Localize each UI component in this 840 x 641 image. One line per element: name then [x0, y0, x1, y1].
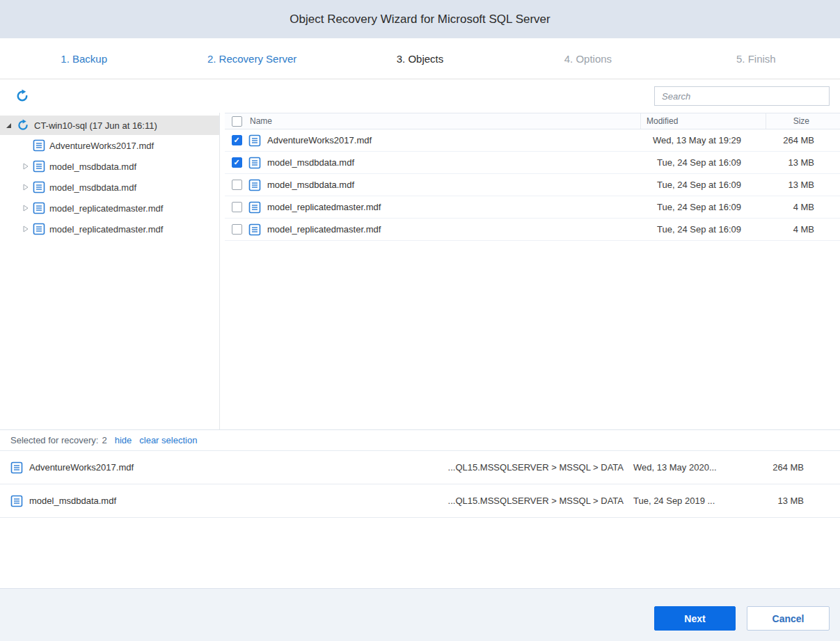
file-table: Name Modified Size AdventureWorks2017.md…	[225, 113, 840, 429]
step-backup[interactable]: 1. Backup	[0, 53, 168, 65]
cancel-button[interactable]: Cancel	[747, 606, 830, 631]
tree-item-file[interactable]: model_msdbdata.mdf	[0, 177, 219, 198]
selection-label-text: Selected for recovery:	[10, 435, 98, 445]
refresh-button[interactable]	[14, 88, 31, 104]
selected-file-path: ...QL15.MSSQLSERVER > MSSQL > DATA	[448, 462, 624, 473]
file-size: 13 MB	[766, 157, 840, 168]
file-size: 4 MB	[766, 202, 840, 212]
database-file-icon	[248, 134, 261, 147]
file-name: AdventureWorks2017.mdf	[267, 135, 372, 145]
selected-file-size: 13 MB	[738, 496, 830, 506]
table-row[interactable]: model_msdbdata.mdf Tue, 24 Sep at 16:09 …	[225, 152, 840, 174]
tree-item-label: model_msdbdata.mdf	[49, 182, 136, 193]
step-finish: 5. Finish	[672, 53, 840, 65]
file-size: 4 MB	[766, 224, 840, 235]
database-file-icon	[33, 160, 45, 173]
selected-item-row[interactable]: AdventureWorks2017.mdf ...QL15.MSSQLSERV…	[0, 451, 840, 484]
database-file-icon	[10, 461, 23, 474]
next-button[interactable]: Next	[654, 606, 736, 631]
table-row[interactable]: model_msdbdata.mdf Tue, 24 Sep at 16:09 …	[225, 174, 840, 196]
step-recovery-server[interactable]: 2. Recovery Server	[168, 53, 335, 65]
file-modified: Tue, 24 Sep at 16:09	[640, 224, 766, 235]
database-file-icon	[33, 223, 45, 235]
file-name: model_replicatedmaster.mdf	[267, 202, 381, 212]
toolbar	[0, 79, 840, 113]
file-name: model_replicatedmaster.mdf	[267, 224, 381, 235]
file-modified: Tue, 24 Sep at 16:09	[640, 157, 766, 168]
database-file-icon	[248, 223, 261, 236]
file-size: 13 MB	[766, 180, 840, 190]
tree-item-file[interactable]: model_msdbdata.mdf	[0, 156, 219, 177]
selection-header: Selected for recovery: 2 hide clear sele…	[0, 429, 840, 451]
tree-item-label: model_msdbdata.mdf	[49, 161, 136, 172]
step-options: 4. Options	[504, 53, 672, 65]
chevron-right-icon[interactable]	[22, 163, 29, 170]
database-file-icon	[248, 179, 261, 191]
database-file-icon	[248, 201, 261, 214]
select-all-checkbox[interactable]	[232, 116, 242, 127]
table-row[interactable]: model_replicatedmaster.mdf Tue, 24 Sep a…	[225, 219, 840, 241]
file-size: 264 MB	[766, 135, 840, 145]
restore-point-icon	[15, 89, 29, 103]
tree-item-label: model_replicatedmaster.mdf	[49, 224, 163, 235]
database-file-icon	[33, 202, 45, 214]
search-input[interactable]	[654, 86, 830, 106]
database-file-icon	[248, 157, 261, 169]
column-header-modified[interactable]: Modified	[640, 113, 766, 129]
database-file-icon	[33, 139, 45, 152]
row-checkbox[interactable]	[232, 157, 242, 168]
selection-count-label: Selected for recovery: 2	[10, 435, 107, 445]
selection-panel: Selected for recovery: 2 hide clear sele…	[0, 429, 840, 588]
chevron-right-icon[interactable]	[22, 205, 29, 212]
tree-root-restore-point[interactable]: CT-win10-sql (17 Jun at 16:11)	[0, 116, 219, 135]
chevron-expanded-icon[interactable]	[6, 122, 12, 129]
tree-root-label: CT-win10-sql (17 Jun at 16:11)	[34, 120, 157, 131]
backup-tree: CT-win10-sql (17 Jun at 16:11) Adventure…	[0, 113, 220, 429]
tree-item-file[interactable]: AdventureWorks2017.mdf	[0, 135, 219, 156]
selected-file-path: ...QL15.MSSQLSERVER > MSSQL > DATA	[448, 496, 624, 506]
footer-bar: Next Cancel	[0, 588, 840, 641]
file-modified: Tue, 24 Sep at 16:09	[640, 180, 766, 190]
file-table-header: Name Modified Size	[225, 113, 840, 129]
column-header-name[interactable]: Name	[248, 113, 640, 129]
column-header-size[interactable]: Size	[766, 113, 840, 129]
selected-item-row[interactable]: model_msdbdata.mdf ...QL15.MSSQLSERVER >…	[0, 484, 840, 518]
selected-file-modified: Tue, 24 Sep 2019 ...	[633, 496, 738, 506]
row-checkbox[interactable]	[232, 224, 242, 235]
file-modified: Tue, 24 Sep at 16:09	[640, 202, 766, 212]
database-file-icon	[33, 181, 45, 193]
row-checkbox[interactable]	[232, 135, 242, 145]
tree-item-label: model_replicatedmaster.mdf	[49, 203, 163, 214]
file-name: model_msdbdata.mdf	[267, 157, 354, 168]
main-split: CT-win10-sql (17 Jun at 16:11) Adventure…	[0, 113, 840, 429]
window-titlebar: Object Recovery Wizard for Microsoft SQL…	[0, 0, 840, 38]
empty-area	[0, 518, 840, 588]
table-row[interactable]: model_replicatedmaster.mdf Tue, 24 Sep a…	[225, 196, 840, 219]
selected-file-name: AdventureWorks2017.mdf	[29, 462, 134, 473]
window-title: Object Recovery Wizard for Microsoft SQL…	[290, 13, 550, 26]
restore-point-icon	[17, 119, 29, 132]
hide-link[interactable]: hide	[115, 435, 132, 445]
file-name: model_msdbdata.mdf	[267, 180, 354, 190]
file-modified: Wed, 13 May at 19:29	[640, 135, 766, 145]
database-file-icon	[10, 495, 23, 507]
clear-selection-link[interactable]: clear selection	[139, 435, 197, 445]
selection-count: 2	[102, 435, 106, 445]
tree-item-label: AdventureWorks2017.mdf	[49, 141, 154, 151]
selected-file-size: 264 MB	[738, 462, 830, 473]
selected-file-name: model_msdbdata.mdf	[29, 496, 116, 506]
table-row[interactable]: AdventureWorks2017.mdf Wed, 13 May at 19…	[225, 129, 840, 152]
selected-file-modified: Wed, 13 May 2020...	[633, 462, 738, 473]
chevron-right-icon[interactable]	[22, 184, 29, 191]
wizard-steps: 1. Backup 2. Recovery Server 3. Objects …	[0, 38, 840, 79]
step-objects: 3. Objects	[336, 53, 504, 65]
tree-item-file[interactable]: model_replicatedmaster.mdf	[0, 219, 219, 239]
row-checkbox[interactable]	[232, 202, 242, 212]
chevron-right-icon[interactable]	[22, 225, 29, 232]
tree-item-file[interactable]: model_replicatedmaster.mdf	[0, 198, 219, 219]
row-checkbox[interactable]	[232, 180, 242, 190]
